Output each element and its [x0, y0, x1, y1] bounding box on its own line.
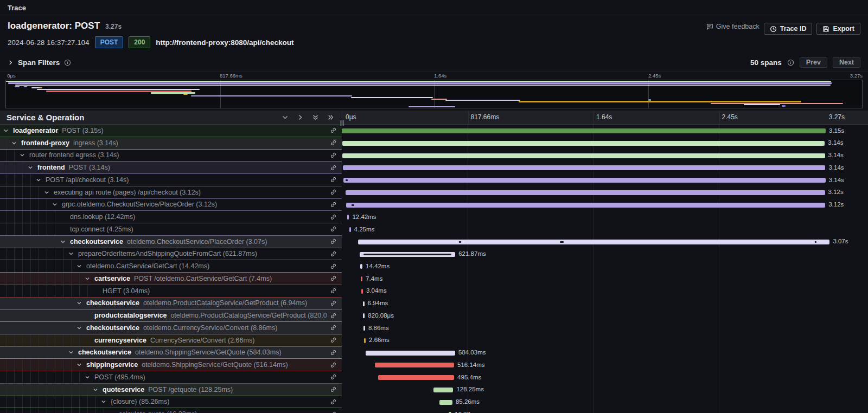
give-feedback-link[interactable]: Give feedback	[706, 23, 760, 30]
span-link-icon[interactable]	[330, 386, 337, 393]
span-bar-cell[interactable]: 16.33ms	[342, 408, 868, 413]
span-bar[interactable]	[361, 289, 363, 294]
span-link-icon[interactable]	[330, 238, 337, 245]
span-bar-cell[interactable]: 3.12s	[342, 186, 868, 199]
span-link-icon[interactable]	[330, 214, 337, 221]
span-bar[interactable]	[342, 141, 825, 146]
span-bar[interactable]	[360, 264, 362, 269]
export-button[interactable]: Export	[816, 23, 860, 35]
span-row[interactable]: checkoutserviceoteldemo.ProductCatalogSe…	[0, 298, 868, 310]
collapse-one-icon[interactable]	[282, 114, 289, 121]
span-name-cell[interactable]: loadgeneratorPOST (3.15s)	[0, 125, 342, 137]
expand-chevron-icon[interactable]	[76, 325, 82, 331]
expand-chevron-icon[interactable]	[68, 251, 74, 256]
span-bar[interactable]	[342, 128, 826, 133]
span-bar-cell[interactable]: 2.66ms	[342, 334, 868, 347]
span-bar[interactable]	[433, 388, 453, 392]
span-link-icon[interactable]	[330, 176, 337, 183]
span-link-icon[interactable]	[330, 362, 337, 369]
span-bar[interactable]	[364, 338, 366, 343]
span-link-icon[interactable]	[330, 398, 337, 405]
span-row[interactable]: dns.lookup (12.42ms)12.42ms	[0, 211, 868, 223]
minimap-canvas[interactable]	[5, 80, 863, 108]
span-link-icon[interactable]	[330, 164, 337, 171]
span-name-cell[interactable]: shippingserviceoteldemo.ShippingService/…	[0, 359, 342, 371]
expand-chevron-icon[interactable]	[76, 362, 82, 367]
span-link-icon[interactable]	[330, 201, 337, 208]
span-row[interactable]: checkoutserviceoteldemo.CheckoutService/…	[0, 236, 868, 248]
span-bar-cell[interactable]: 495.4ms	[342, 371, 868, 384]
expand-chevron-icon[interactable]	[28, 165, 33, 170]
span-link-icon[interactable]	[330, 250, 337, 257]
span-bar[interactable]	[363, 326, 365, 331]
span-row[interactable]: POST (495.4ms)495.4ms	[0, 371, 868, 384]
span-name-cell[interactable]: tcp.connect (4.25ms)	[0, 223, 342, 236]
span-bar-cell[interactable]: 820.08μs	[342, 309, 868, 322]
span-name-cell[interactable]: {closure} (85.26ms)	[0, 396, 342, 409]
expand-chevron-icon[interactable]	[36, 177, 41, 183]
span-name-cell[interactable]: checkoutserviceoteldemo.ShippingService/…	[0, 347, 342, 359]
span-bar[interactable]	[366, 351, 455, 356]
expand-chevron-icon[interactable]	[20, 152, 25, 158]
span-row[interactable]: quoteservicePOST /getquote (128.25ms)128…	[0, 384, 868, 396]
span-row[interactable]: grpc.oteldemo.CheckoutService/PlaceOrder…	[0, 199, 868, 211]
span-bar[interactable]	[375, 363, 454, 367]
next-span-button[interactable]: Next	[833, 57, 860, 68]
span-link-icon[interactable]	[330, 275, 337, 282]
span-bar[interactable]	[343, 165, 825, 170]
span-row[interactable]: shippingserviceoteldemo.ShippingService/…	[0, 359, 868, 371]
span-bar-cell[interactable]: 3.12s	[342, 199, 868, 211]
span-link-icon[interactable]	[330, 300, 337, 307]
span-row[interactable]: frontendPOST (3.14s)3.14s	[0, 162, 868, 174]
expand-chevron-icon[interactable]	[85, 276, 90, 281]
expand-all-icon[interactable]	[327, 114, 334, 121]
span-row[interactable]: cartservicePOST /oteldemo.CartService/Ge…	[0, 273, 868, 285]
span-link-icon[interactable]	[330, 189, 337, 196]
span-link-icon[interactable]	[330, 139, 337, 146]
span-bar[interactable]	[346, 190, 825, 195]
span-bar-cell[interactable]: 3.14s	[342, 137, 868, 150]
expand-chevron-icon[interactable]	[11, 140, 17, 146]
span-row[interactable]: POST /api/checkout (3.14s)3.14s	[0, 174, 868, 186]
span-name-cell[interactable]: frontend-proxyingress (3.14s)	[0, 137, 342, 150]
span-link-icon[interactable]	[330, 373, 337, 380]
span-row[interactable]: tcp.connect (4.25ms)4.25ms	[0, 223, 868, 236]
trace-id-button[interactable]: Trace ID	[764, 23, 813, 35]
expand-chevron-icon[interactable]	[3, 128, 9, 133]
span-bar[interactable]	[363, 313, 365, 318]
span-name-cell[interactable]: currencyserviceCurrencyService/Convert (…	[0, 334, 342, 347]
span-name-cell[interactable]: productcatalogserviceoteldemo.ProductCat…	[0, 309, 342, 322]
expand-chevron-icon[interactable]	[93, 387, 98, 392]
span-bar[interactable]	[363, 301, 365, 306]
span-bar-cell[interactable]: 3.04ms	[342, 285, 868, 298]
span-name-cell[interactable]: frontendPOST (3.14s)	[0, 162, 342, 174]
expand-chevron-icon[interactable]	[44, 190, 49, 195]
span-link-icon[interactable]	[330, 127, 337, 134]
span-name-cell[interactable]: calculate-quote (16.33ms)	[0, 408, 342, 413]
span-bar-cell[interactable]: 3.15s	[342, 125, 868, 137]
span-row[interactable]: router frontend egress (3.14s)3.14s	[0, 150, 868, 162]
span-name-cell[interactable]: checkoutserviceoteldemo.ProductCatalogSe…	[0, 298, 342, 310]
span-bar-cell[interactable]: 8.86ms	[342, 322, 868, 334]
span-row[interactable]: frontend-proxyingress (3.14s)3.14s	[0, 137, 868, 150]
span-bar-cell[interactable]: 12.42ms	[342, 211, 868, 223]
prev-span-button[interactable]: Prev	[800, 57, 827, 68]
span-row[interactable]: HGET (3.04ms)3.04ms	[0, 285, 868, 298]
span-bar[interactable]	[347, 215, 349, 220]
span-name-cell[interactable]: checkoutserviceoteldemo.CheckoutService/…	[0, 236, 342, 248]
span-name-cell[interactable]: HGET (3.04ms)	[0, 285, 342, 298]
expand-chevron-icon[interactable]	[52, 202, 58, 207]
expand-one-icon[interactable]	[297, 114, 304, 121]
span-link-icon[interactable]	[330, 337, 337, 344]
span-name-cell[interactable]: dns.lookup (12.42ms)	[0, 211, 342, 223]
span-row[interactable]: currencyserviceCurrencyService/Convert (…	[0, 334, 868, 347]
span-bar-cell[interactable]: 3.14s	[342, 150, 868, 162]
expand-chevron-icon[interactable]	[60, 239, 66, 244]
span-row[interactable]: prepareOrderItemsAndShippingQuoteFromCar…	[0, 248, 868, 261]
span-filters-toggle[interactable]: Span Filters	[8, 59, 71, 67]
span-bar[interactable]	[342, 153, 825, 158]
span-bar-cell[interactable]: 85.26ms	[342, 396, 868, 409]
span-bar-cell[interactable]: 6.94ms	[342, 298, 868, 310]
span-bar-cell[interactable]: 7.4ms	[342, 273, 868, 285]
span-name-cell[interactable]: prepareOrderItemsAndShippingQuoteFromCar…	[0, 248, 342, 261]
